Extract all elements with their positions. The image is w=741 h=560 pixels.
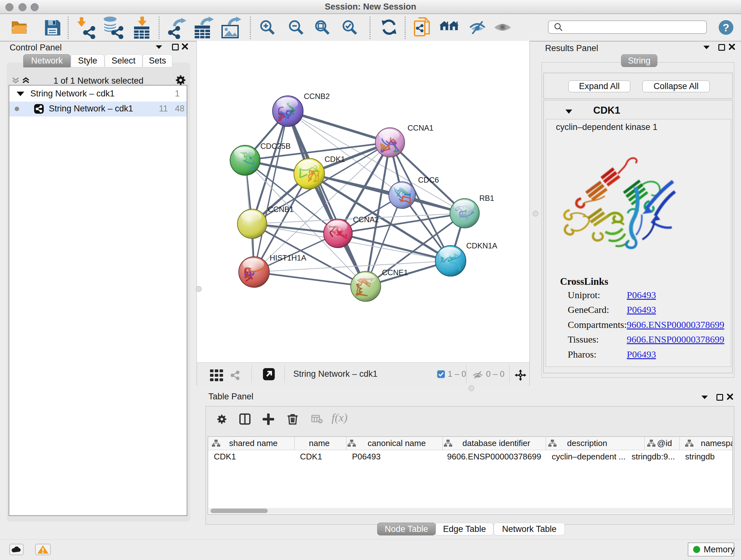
svg-text:RB1: RB1 [479, 194, 494, 202]
svg-text:CDKN1A: CDKN1A [466, 241, 497, 250]
svg-text:CCNB1: CCNB1 [268, 205, 293, 213]
svg-text:CCNA2: CCNA2 [353, 215, 379, 224]
svg-text:CDC6: CDC6 [418, 176, 439, 184]
svg-text:CDC25B: CDC25B [260, 142, 291, 150]
svg-text:CCNB2: CCNB2 [304, 92, 330, 101]
svg-text:HIST1H1A: HIST1H1A [270, 253, 307, 262]
svg-text:CCNA1: CCNA1 [408, 124, 433, 132]
svg-text:CCNE1: CCNE1 [382, 268, 408, 277]
svg-text:CDK1: CDK1 [325, 155, 345, 164]
